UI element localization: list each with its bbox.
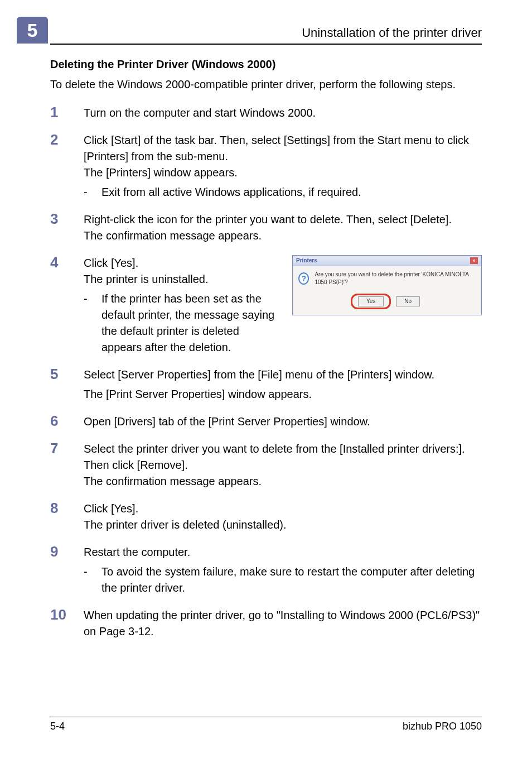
step-1: 1 Turn on the computer and start Windows…: [50, 105, 482, 121]
step-8: 8 Click [Yes]. The printer driver is del…: [50, 501, 482, 533]
step-text: Restart the computer.: [84, 544, 482, 560]
no-button[interactable]: No: [396, 296, 420, 306]
step-text: The [Printers] window appears.: [84, 165, 482, 181]
step-text: The confirmation message appears.: [84, 228, 482, 244]
step-3: 3 Right-click the icon for the printer y…: [50, 212, 482, 244]
step-number: 6: [50, 414, 71, 430]
step-5: 5 Select [Server Properties] from the [F…: [50, 367, 482, 402]
step-text: Click [Start] of the task bar. Then, sel…: [84, 132, 482, 165]
step-number: 5: [50, 367, 71, 402]
dialog-message: Are you sure you want to delete the prin…: [315, 271, 476, 287]
close-icon[interactable]: ×: [470, 257, 478, 264]
step-body: Restart the computer. - To avoid the sys…: [84, 544, 482, 596]
step-number: 8: [50, 501, 71, 533]
step-text: Click [Yes].: [84, 255, 282, 271]
bullet-dash: -: [84, 291, 91, 356]
step-text: The printer is uninstalled.: [84, 271, 282, 287]
step-text: Click [Yes].: [84, 501, 482, 517]
yes-button[interactable]: Yes: [358, 296, 384, 306]
bullet-dash: -: [84, 184, 91, 200]
step-body: Select the printer driver you want to de…: [84, 441, 482, 490]
substep-text: Exit from all active Windows application…: [101, 184, 361, 200]
step-body: Turn on the computer and start Windows 2…: [84, 105, 482, 121]
confirmation-dialog: Printers × ? Are you sure you want to de…: [292, 255, 482, 315]
step-number: 3: [50, 212, 71, 244]
step-text: Select [Server Properties] from the [Fil…: [84, 367, 482, 383]
substep-text: If the printer has been set as the defau…: [101, 291, 282, 356]
step-body: Click [Start] of the task bar. Then, sel…: [84, 132, 482, 200]
substep-text: To avoid the system failure, make sure t…: [101, 564, 482, 596]
step-number: 1: [50, 105, 71, 121]
step-body: Select [Server Properties] from the [Fil…: [84, 367, 482, 402]
dialog-titlebar: Printers ×: [293, 256, 481, 266]
step-subitem: - To avoid the system failure, make sure…: [84, 564, 482, 596]
step-number: 7: [50, 441, 71, 490]
page-header: 5 Uninstallation of the printer driver: [50, 17, 482, 45]
step-body: Click [Yes]. The printer is uninstalled.…: [84, 255, 482, 356]
step-body: Open [Drivers] tab of the [Print Server …: [84, 414, 482, 430]
step-number: 10: [50, 607, 71, 640]
step-10: 10 When updating the printer driver, go …: [50, 607, 482, 640]
step-body: Right-click the icon for the printer you…: [84, 212, 482, 244]
step-text: Right-click the icon for the printer you…: [84, 212, 482, 228]
step-body: Click [Yes]. The printer driver is delet…: [84, 501, 482, 533]
step-subitem: - Exit from all active Windows applicati…: [84, 184, 482, 200]
page-footer: 5-4 bizhub PRO 1050: [50, 717, 482, 732]
question-icon: ?: [298, 272, 309, 285]
section-heading: Deleting the Printer Driver (Windows 200…: [50, 58, 482, 71]
step-text: The confirmation message appears.: [84, 473, 482, 490]
step-text: The [Print Server Properties] window app…: [84, 386, 482, 402]
step-6: 6 Open [Drivers] tab of the [Print Serve…: [50, 414, 482, 430]
step-text: The printer driver is deleted (uninstall…: [84, 517, 482, 533]
step-number: 4: [50, 255, 71, 356]
step-4: 4 Click [Yes]. The printer is uninstalle…: [50, 255, 482, 356]
product-name: bizhub PRO 1050: [403, 721, 482, 732]
bullet-dash: -: [84, 564, 91, 596]
page-number: 5-4: [50, 721, 65, 732]
header-title: Uninstallation of the printer driver: [302, 26, 482, 40]
step-subitem: - If the printer has been set as the def…: [84, 291, 282, 356]
chapter-number-tab: 5: [17, 17, 48, 44]
step-9: 9 Restart the computer. - To avoid the s…: [50, 544, 482, 596]
step-number: 2: [50, 132, 71, 200]
dialog-title-text: Printers: [296, 257, 317, 265]
section-intro: To delete the Windows 2000-compatible pr…: [50, 76, 482, 93]
step-body: When updating the printer driver, go to …: [84, 607, 482, 640]
step-7: 7 Select the printer driver you want to …: [50, 441, 482, 490]
step-number: 9: [50, 544, 71, 596]
step-text: Select the printer driver you want to de…: [84, 441, 482, 473]
highlight-circle: Yes: [351, 294, 391, 309]
step-2: 2 Click [Start] of the task bar. Then, s…: [50, 132, 482, 200]
